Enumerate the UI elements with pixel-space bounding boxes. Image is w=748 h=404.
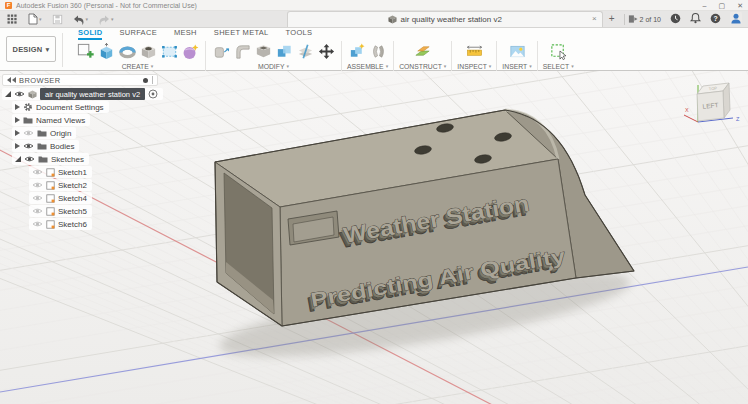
view-cube[interactable]: LEFT TOP X Z xyxy=(681,77,745,141)
visibility-eye-icon[interactable] xyxy=(32,194,43,202)
expand-caret-icon[interactable] xyxy=(5,91,11,97)
visibility-eye-icon[interactable] xyxy=(32,168,43,176)
construct-plane-button[interactable] xyxy=(413,41,433,61)
document-limit-icon xyxy=(628,14,638,24)
save-button[interactable] xyxy=(49,13,66,26)
browser-item-sketch[interactable]: Sketch6 xyxy=(29,218,92,230)
insert-dropdown[interactable]: INSERT▾ xyxy=(502,63,531,70)
tab-solid[interactable]: SOLID xyxy=(78,28,102,40)
separator xyxy=(341,41,342,72)
shell-button[interactable] xyxy=(253,41,273,61)
ribbon-toolbar: DESIGN ▾ SOLID SURFACE MESH SHEET METAL … xyxy=(0,28,748,71)
select-button[interactable] xyxy=(548,41,568,61)
user-avatar[interactable] xyxy=(730,10,742,28)
new-component-button[interactable] xyxy=(347,41,367,61)
create-dropdown[interactable]: CREATE▾ xyxy=(122,63,154,70)
file-menu-button[interactable]: ▾ xyxy=(24,12,45,26)
expand-caret-icon[interactable] xyxy=(15,156,21,162)
press-pull-button[interactable] xyxy=(211,41,231,61)
create-form-button[interactable] xyxy=(180,41,200,61)
dropdown-caret-icon: ▾ xyxy=(286,64,289,69)
root-component-label[interactable]: air quality weather station v2 xyxy=(40,88,145,100)
extrude-button[interactable] xyxy=(96,41,116,61)
design-workspace-menu[interactable]: DESIGN ▾ xyxy=(6,36,56,62)
browser-item-named-views[interactable]: Named Views xyxy=(12,114,90,126)
notifications-button[interactable] xyxy=(690,10,701,28)
expand-caret-icon[interactable] xyxy=(15,143,20,149)
browser-item-sketch[interactable]: Sketch1 xyxy=(29,166,92,178)
save-icon xyxy=(52,14,63,25)
minimize-button[interactable]: – xyxy=(703,1,707,10)
hole-button[interactable] xyxy=(138,41,158,61)
tab-sheet-metal[interactable]: SHEET METAL xyxy=(214,28,269,40)
collapse-panel-icon[interactable] xyxy=(7,77,11,83)
assemble-dropdown[interactable]: ASSEMBLE▾ xyxy=(347,63,388,70)
tab-tools[interactable]: TOOLS xyxy=(286,28,313,40)
visibility-eye-icon[interactable] xyxy=(23,142,34,150)
browser-title: BROWSER xyxy=(19,76,61,85)
visibility-eye-icon[interactable] xyxy=(32,207,43,215)
expand-caret-icon[interactable] xyxy=(15,117,20,123)
box-primitive-button[interactable] xyxy=(159,41,179,61)
expand-caret-icon[interactable] xyxy=(15,104,20,110)
insert-image-button[interactable] xyxy=(507,41,527,61)
visibility-eye-icon[interactable] xyxy=(24,155,35,163)
sketch-icon xyxy=(46,220,55,229)
browser-item-sketches[interactable]: Sketches xyxy=(12,153,89,165)
browser-item-sketch[interactable]: Sketch4 xyxy=(29,192,92,204)
file-icon xyxy=(27,13,38,25)
create-sketch-button[interactable] xyxy=(75,41,95,61)
joint-button[interactable] xyxy=(368,41,388,61)
svg-text:?: ? xyxy=(713,15,717,22)
modify-dropdown[interactable]: MODIFY▾ xyxy=(258,63,289,70)
activate-component-icon[interactable] xyxy=(148,89,158,99)
document-tab[interactable]: air quality weather station v2 × xyxy=(287,11,603,27)
dropdown-caret-icon: ▾ xyxy=(151,64,154,69)
tab-mesh[interactable]: MESH xyxy=(174,28,197,40)
browser-root-row[interactable]: air quality weather station v2 xyxy=(2,88,163,100)
maximize-button[interactable]: ▢ xyxy=(719,1,726,10)
visibility-eye-icon[interactable] xyxy=(14,90,25,98)
dropdown-caret-icon: ▾ xyxy=(571,64,574,69)
combine-button[interactable] xyxy=(274,41,294,61)
avatar-icon xyxy=(730,12,742,24)
browser-item-sketch[interactable]: Sketch5 xyxy=(29,205,92,217)
viewcube-x-label: X xyxy=(685,107,689,113)
close-button[interactable]: ✕ xyxy=(737,1,743,10)
display-settings-icon[interactable] xyxy=(143,78,148,83)
new-tab-button[interactable]: + xyxy=(603,12,621,26)
tab-surface[interactable]: SURFACE xyxy=(119,28,157,40)
browser-item-sketch[interactable]: Sketch2 xyxy=(29,179,92,191)
ribbon-group-modify: MODIFY▾ xyxy=(208,40,339,70)
browser-item-document-settings[interactable]: Document Settings xyxy=(12,101,109,113)
browser-item-origin[interactable]: Origin xyxy=(12,127,76,139)
split-body-button[interactable] xyxy=(295,41,315,61)
select-dropdown[interactable]: SELECT▾ xyxy=(543,63,574,70)
app-grid-menu-icon[interactable] xyxy=(4,13,20,25)
fillet-button[interactable] xyxy=(232,41,252,61)
visibility-eye-icon[interactable] xyxy=(23,129,34,137)
document-counter[interactable]: 2 of 10 xyxy=(628,14,661,24)
measure-button[interactable] xyxy=(464,41,484,61)
browser-header[interactable]: BROWSER xyxy=(2,74,158,86)
move-copy-button[interactable] xyxy=(316,41,336,61)
separator xyxy=(624,14,625,25)
quick-access-toolbar: ▾ ▾ ▾ xyxy=(4,12,117,26)
expand-caret-icon[interactable] xyxy=(15,130,20,136)
redo-button[interactable]: ▾ xyxy=(95,13,117,26)
collapse-panel-icon[interactable] xyxy=(12,77,16,83)
help-button[interactable]: ? xyxy=(710,10,721,28)
browser-item-bodies[interactable]: Bodies xyxy=(12,140,79,152)
visibility-eye-icon[interactable] xyxy=(32,220,43,228)
tab-close-icon[interactable]: × xyxy=(592,14,597,24)
undo-button[interactable]: ▾ xyxy=(70,13,92,26)
ribbon-group-inspect: INSPECT▾ xyxy=(454,40,494,70)
viewport-canvas[interactable]: Weather Station Weather Station Weather … xyxy=(0,71,748,404)
visibility-eye-icon[interactable] xyxy=(32,181,43,189)
revolve-button[interactable] xyxy=(117,41,137,61)
inspect-dropdown[interactable]: INSPECT▾ xyxy=(457,63,491,70)
component-cube-icon xyxy=(28,90,37,99)
job-status-button[interactable] xyxy=(670,10,681,28)
construct-dropdown[interactable]: CONSTRUCT▾ xyxy=(399,63,446,70)
dropdown-caret-icon: ▾ xyxy=(444,64,447,69)
